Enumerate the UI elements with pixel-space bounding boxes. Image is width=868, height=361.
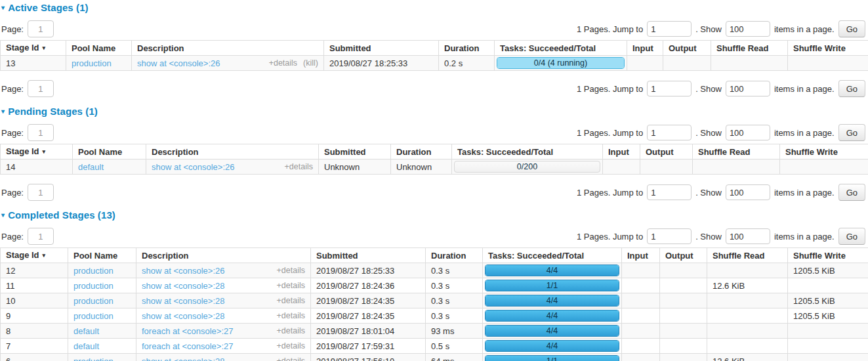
pool-name-link[interactable]: default <box>78 162 104 172</box>
col-header-pool-name[interactable]: Pool Name <box>66 41 132 56</box>
col-header-label: Description <box>137 43 184 53</box>
description-cell-content: show at <console>:28+details <box>142 310 305 322</box>
col-header-shuffle-write[interactable]: Shuffle Write <box>788 248 868 263</box>
col-header-output[interactable]: Output <box>660 248 707 263</box>
page-input[interactable] <box>28 228 54 245</box>
col-header-description[interactable]: Description <box>146 144 319 159</box>
details-link[interactable]: +details <box>277 265 305 276</box>
col-header-duration[interactable]: Duration <box>391 144 452 159</box>
page-input[interactable] <box>28 20 54 37</box>
col-header-description[interactable]: Description <box>132 41 324 56</box>
description-link[interactable]: show at <console>:28 <box>142 356 277 361</box>
pool-name-link[interactable]: default <box>73 341 99 351</box>
col-header-shuffle-read[interactable]: Shuffle Read <box>707 248 788 263</box>
pool-name-link[interactable]: production <box>72 58 112 68</box>
col-header-stage-id[interactable]: Stage Id▾ <box>1 41 66 56</box>
stage-id-cell: 6 <box>1 354 68 361</box>
show-items-input[interactable] <box>726 125 770 140</box>
col-header-label: Submitted <box>324 147 366 157</box>
details-link[interactable]: +details <box>285 161 313 173</box>
details-link[interactable]: +details <box>277 326 305 337</box>
pool-name-link[interactable]: production <box>73 311 114 321</box>
show-items-input[interactable] <box>726 184 770 200</box>
input-cell <box>622 339 660 354</box>
col-header-input[interactable]: Input <box>622 248 660 263</box>
tasks-cell: 4/4 <box>483 339 622 354</box>
description-link[interactable]: show at <console>:28 <box>142 280 277 291</box>
completed-stages-title[interactable]: ▾Completed Stages (13) <box>1 209 868 221</box>
col-header-submitted[interactable]: Submitted <box>311 248 426 263</box>
pool-name-link[interactable]: production <box>73 281 114 291</box>
pager-row-top-completed: Page:1 Pages. Jump to. Showitems in a pa… <box>1 228 865 245</box>
page-input[interactable] <box>28 80 54 97</box>
pool-name-link[interactable]: production <box>73 296 114 306</box>
pool-name-link[interactable]: production <box>73 356 114 361</box>
col-header-shuffle-read[interactable]: Shuffle Read <box>711 41 788 56</box>
col-header-label: Output <box>646 147 674 157</box>
jump-to-page-input[interactable] <box>647 184 692 200</box>
description-link[interactable]: foreach at <console>:27 <box>142 326 277 337</box>
col-header-duration[interactable]: Duration <box>439 41 495 56</box>
col-header-tasks-succeeded-total[interactable]: Tasks: Succeeded/Total <box>452 144 603 159</box>
pages-count-text: 1 Pages. Jump to <box>577 84 643 94</box>
col-header-description[interactable]: Description <box>136 248 311 263</box>
tasks-progress-bar: 4/4 <box>485 265 619 276</box>
col-header-stage-id[interactable]: Stage Id▾ <box>1 144 73 159</box>
details-link[interactable]: +details <box>277 356 305 361</box>
description-link[interactable]: show at <console>:26 <box>152 161 285 173</box>
pool-name-link[interactable]: default <box>73 326 99 336</box>
details-link[interactable]: +details <box>277 310 305 322</box>
col-header-shuffle-read[interactable]: Shuffle Read <box>693 144 780 159</box>
shuffle-read-cell <box>707 324 788 339</box>
description-link[interactable]: show at <console>:26 <box>137 58 269 69</box>
go-button[interactable]: Go <box>838 228 865 245</box>
duration-cell: 0.3 s <box>426 308 483 324</box>
go-button[interactable]: Go <box>838 20 865 37</box>
col-header-pool-name[interactable]: Pool Name <box>68 248 136 263</box>
go-button[interactable]: Go <box>838 184 865 201</box>
description-actions: +details <box>277 341 305 352</box>
col-header-stage-id[interactable]: Stage Id▾ <box>1 248 68 263</box>
col-header-duration[interactable]: Duration <box>426 248 483 263</box>
description-link[interactable]: show at <console>:26 <box>142 265 277 276</box>
col-header-tasks-succeeded-total[interactable]: Tasks: Succeeded/Total <box>483 248 622 263</box>
details-link[interactable]: +details <box>277 280 305 291</box>
jump-to-page-input[interactable] <box>647 81 692 96</box>
jump-to-page-input[interactable] <box>647 228 692 244</box>
table-row: 10productionshow at <console>:28+details… <box>1 293 868 308</box>
details-link[interactable]: +details <box>269 58 297 69</box>
page-input[interactable] <box>28 124 54 141</box>
show-items-input[interactable] <box>726 228 770 244</box>
pending-stages-title[interactable]: ▾Pending Stages (1) <box>1 106 868 117</box>
col-header-input[interactable]: Input <box>603 144 640 159</box>
description-link[interactable]: show at <console>:28 <box>142 295 277 307</box>
kill-link[interactable]: (kill) <box>303 58 318 69</box>
page-input[interactable] <box>28 184 54 201</box>
jump-to-page-input[interactable] <box>647 21 692 37</box>
jump-to-page-input[interactable] <box>647 125 692 140</box>
go-button[interactable]: Go <box>838 124 865 141</box>
output-cell <box>660 263 707 278</box>
col-header-input[interactable]: Input <box>627 41 663 56</box>
pool-name-link[interactable]: production <box>73 266 114 276</box>
col-header-label: Stage Id <box>6 146 39 156</box>
description-actions: +details <box>285 161 313 173</box>
details-link[interactable]: +details <box>277 295 305 307</box>
description-link[interactable]: foreach at <console>:27 <box>142 341 277 352</box>
col-header-shuffle-write[interactable]: Shuffle Write <box>780 144 868 159</box>
active-stages-title[interactable]: ▾Active Stages (1) <box>1 0 868 13</box>
details-link[interactable]: +details <box>277 341 305 352</box>
sort-desc-icon: ▾ <box>43 252 46 259</box>
col-header-shuffle-write[interactable]: Shuffle Write <box>788 41 868 56</box>
show-items-input[interactable] <box>726 81 770 96</box>
go-button[interactable]: Go <box>838 80 865 97</box>
show-items-input[interactable] <box>726 21 770 37</box>
description-link[interactable]: show at <console>:28 <box>142 310 277 322</box>
col-header-submitted[interactable]: Submitted <box>319 144 391 159</box>
col-header-output[interactable]: Output <box>640 144 693 159</box>
col-header-output[interactable]: Output <box>663 41 711 56</box>
col-header-pool-name[interactable]: Pool Name <box>73 144 146 159</box>
col-header-submitted[interactable]: Submitted <box>324 41 439 56</box>
col-header-tasks-succeeded-total[interactable]: Tasks: Succeeded/Total <box>495 41 627 56</box>
description-cell: foreach at <console>:27+details <box>136 339 311 354</box>
